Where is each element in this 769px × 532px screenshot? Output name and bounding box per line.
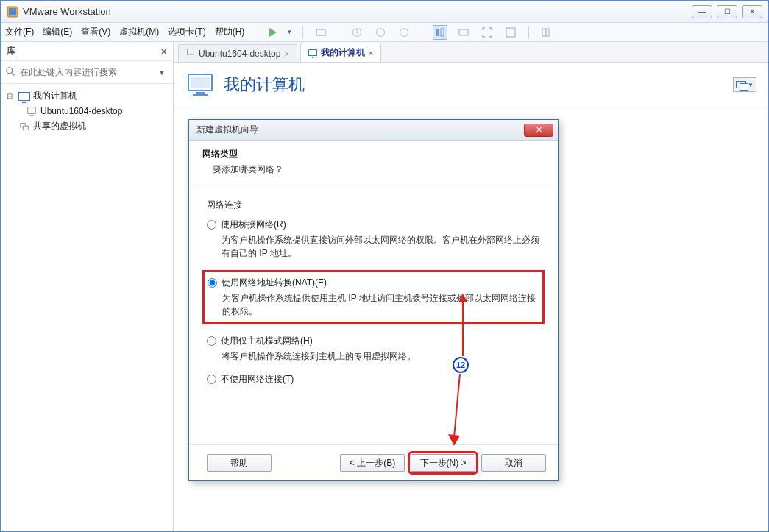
help-button[interactable]: 帮助 — [207, 454, 272, 472]
svg-rect-18 — [23, 126, 28, 130]
window-controls: — ☐ ✕ — [692, 5, 762, 18]
computer-icon — [18, 91, 30, 102]
tree-item-ubuntu[interactable]: Ubuntu1604-desktop — [23, 104, 170, 118]
sidebar-close-icon[interactable]: × — [161, 46, 167, 57]
tab-my-computer[interactable]: 我的计算机 × — [300, 43, 381, 62]
dialog-heading: 网络类型 — [202, 148, 545, 160]
app-icon — [7, 6, 18, 18]
option-label: 使用网络地址转换(NAT)(E) — [222, 277, 327, 289]
menu-file[interactable]: 文件(F) — [5, 26, 34, 38]
clock1-icon[interactable] — [350, 25, 364, 40]
radio-bridged[interactable] — [207, 220, 216, 230]
sidebar: 库 × ▼ ⊟ 我的计算机 Ubuntu1604-desktop — [1, 42, 174, 531]
radio-hostonly[interactable] — [207, 336, 216, 346]
dialog-title: 新建虚拟机向导 — [194, 124, 524, 136]
dialog-titlebar[interactable]: 新建虚拟机向导 ✕ — [189, 120, 558, 141]
tree: ⊟ 我的计算机 Ubuntu1604-desktop 共享的虚拟机 — [1, 84, 173, 138]
tab-label: 我的计算机 — [321, 46, 365, 59]
radio-none[interactable] — [207, 375, 216, 384]
svg-rect-19 — [188, 49, 194, 55]
svg-point-6 — [400, 28, 408, 36]
menu-vm[interactable]: 虚拟机(M) — [119, 26, 159, 38]
play-icon[interactable] — [266, 25, 280, 40]
radio-row[interactable]: 不使用网络连接(T) — [207, 373, 540, 386]
radio-nat[interactable] — [208, 278, 217, 288]
unity-icon[interactable] — [503, 25, 518, 40]
radio-row[interactable]: 使用仅主机模式网络(H) — [207, 335, 540, 347]
clock3-icon[interactable] — [397, 25, 411, 40]
separator — [422, 26, 422, 39]
svg-rect-23 — [193, 94, 208, 96]
tree-label: 我的计算机 — [33, 90, 77, 102]
library-icon[interactable] — [539, 25, 554, 40]
svg-rect-1 — [9, 8, 16, 15]
separator — [528, 26, 529, 39]
tab-close-icon[interactable]: × — [284, 49, 288, 58]
app-window: VMware Workstation — ☐ ✕ 文件(F) 编辑(E) 查看(… — [0, 0, 769, 532]
tree-label: Ubuntu1604-desktop — [40, 106, 122, 116]
view-mode2-icon[interactable] — [456, 25, 471, 40]
option-label: 使用桥接网络(R) — [221, 219, 286, 231]
fullscreen-icon[interactable] — [480, 25, 495, 40]
page-header: 我的计算机 ▼ — [174, 63, 768, 107]
clock2-icon[interactable] — [373, 25, 388, 40]
new-vm-wizard-dialog: 新建虚拟机向导 ✕ 网络类型 要添加哪类网络？ 网络连接 使用桥接网络(R) 为… — [188, 119, 559, 481]
search-input[interactable] — [18, 64, 155, 80]
cancel-button[interactable]: 取消 — [481, 454, 546, 472]
separator — [255, 26, 255, 39]
option-label: 使用仅主机模式网络(H) — [221, 335, 313, 347]
maximize-button[interactable]: ☐ — [717, 5, 737, 18]
titlebar: VMware Workstation — ☐ ✕ — [1, 1, 768, 23]
option-desc: 将客户机操作系统连接到主机上的专用虚拟网络。 — [222, 350, 540, 363]
dialog-subheading: 要添加哪类网络？ — [213, 163, 545, 176]
option-none: 不使用网络连接(T) — [207, 373, 540, 386]
option-desc: 为客户机操作系统提供使用主机 IP 地址访问主机拨号连接或外部以太网网络连接的权… — [222, 291, 538, 318]
dialog-body: 网络连接 使用桥接网络(R) 为客户机操作系统提供直接访问外部以太网网络的权限。… — [189, 185, 558, 403]
expand-icon[interactable]: ⊟ — [7, 92, 15, 100]
tree-root-my-computer[interactable]: ⊟ 我的计算机 — [4, 88, 170, 104]
svg-point-13 — [7, 67, 13, 73]
radio-row[interactable]: 使用网络地址转换(NAT)(E) — [208, 277, 538, 289]
option-label: 不使用网络连接(T) — [221, 373, 294, 386]
menu-tabs[interactable]: 选项卡(T) — [168, 26, 205, 38]
annotation-badge: 12 — [453, 357, 469, 373]
minimize-button[interactable]: — — [692, 5, 712, 18]
menu-view[interactable]: 查看(V) — [81, 26, 110, 38]
app-title: VMware Workstation — [23, 6, 692, 17]
separator — [302, 26, 303, 39]
radio-row[interactable]: 使用桥接网络(R) — [207, 219, 540, 231]
view-mode1-icon[interactable] — [433, 25, 447, 40]
svg-point-5 — [377, 28, 385, 36]
next-button[interactable]: 下一步(N) > — [411, 454, 475, 472]
tab-label: Ubuntu1604-desktop — [199, 49, 280, 59]
separator — [339, 26, 339, 39]
computer-icon — [308, 48, 317, 58]
close-button[interactable]: ✕ — [742, 5, 762, 18]
search-row: ▼ — [1, 61, 173, 84]
tree-label: 共享的虚拟机 — [33, 120, 86, 132]
tab-close-icon[interactable]: × — [369, 49, 373, 57]
tree-item-shared[interactable]: 共享的虚拟机 — [4, 118, 170, 134]
dialog-footer: 帮助 < 上一步(B) 下一步(N) > 取消 — [189, 444, 558, 480]
sidebar-title: 库 — [7, 45, 15, 57]
search-dropdown-icon[interactable]: ▼ — [155, 68, 169, 77]
option-hostonly: 使用仅主机模式网络(H) 将客户机操作系统连接到主机上的专用虚拟网络。 — [207, 335, 540, 363]
dialog-header: 网络类型 要添加哪类网络？ — [189, 141, 558, 185]
play-dropdown[interactable]: ▼ — [286, 29, 292, 35]
menubar: 文件(F) 编辑(E) 查看(V) 虚拟机(M) 选项卡(T) 帮助(H) ▼ — [1, 23, 768, 42]
svg-rect-8 — [441, 29, 444, 36]
menu-help[interactable]: 帮助(H) — [215, 26, 245, 38]
back-button[interactable]: < 上一步(B) — [340, 454, 405, 472]
network-button[interactable]: ▼ — [733, 77, 756, 92]
snapshot-icon[interactable] — [313, 25, 328, 40]
shared-icon — [18, 121, 30, 132]
option-bridged: 使用桥接网络(R) 为客户机操作系统提供直接访问外部以太网网络的权限。客户机在外… — [207, 219, 540, 260]
option-nat: 使用网络地址转换(NAT)(E) 为客户机操作系统提供使用主机 IP 地址访问主… — [202, 270, 545, 324]
svg-rect-7 — [436, 29, 439, 36]
svg-rect-10 — [506, 28, 515, 37]
tab-ubuntu[interactable]: Ubuntu1604-desktop × — [178, 44, 297, 62]
menu-edit[interactable]: 编辑(E) — [43, 26, 72, 38]
page-title: 我的计算机 — [224, 74, 305, 96]
tab-bar: Ubuntu1604-desktop × 我的计算机 × — [174, 42, 768, 63]
dialog-close-button[interactable]: ✕ — [524, 124, 553, 137]
